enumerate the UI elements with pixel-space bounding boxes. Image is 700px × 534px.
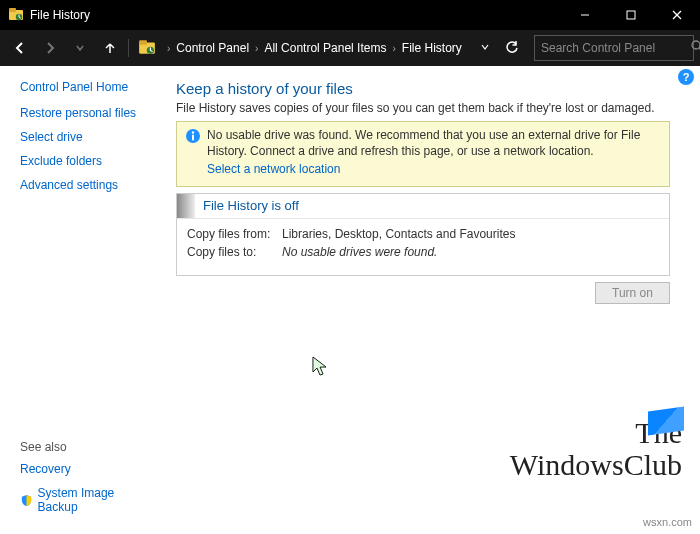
see-also-heading: See also bbox=[20, 440, 154, 454]
svg-rect-8 bbox=[139, 40, 147, 45]
close-button[interactable] bbox=[654, 0, 700, 30]
status-box: File History is off Copy files from: Lib… bbox=[176, 193, 670, 276]
sidebar-link-select-drive[interactable]: Select drive bbox=[20, 130, 154, 144]
status-value: Libraries, Desktop, Contacts and Favouri… bbox=[282, 227, 515, 241]
chevron-right-icon: › bbox=[392, 43, 395, 54]
svg-point-13 bbox=[192, 131, 194, 133]
status-body: Copy files from: Libraries, Desktop, Con… bbox=[177, 219, 669, 275]
sidebar-link-exclude[interactable]: Exclude folders bbox=[20, 154, 154, 168]
window-title: File History bbox=[30, 8, 562, 22]
breadcrumb-item[interactable]: File History bbox=[402, 41, 462, 55]
refresh-button[interactable] bbox=[498, 34, 526, 62]
minimize-button[interactable] bbox=[562, 0, 608, 30]
breadcrumb-item[interactable]: All Control Panel Items bbox=[264, 41, 386, 55]
nav-separator bbox=[128, 39, 129, 57]
status-key: Copy files from: bbox=[187, 227, 282, 241]
status-gradient-icon bbox=[177, 194, 195, 218]
up-button[interactable] bbox=[96, 34, 124, 62]
nav-bar: › Control Panel › All Control Panel Item… bbox=[0, 30, 700, 66]
status-title: File History is off bbox=[195, 194, 307, 217]
sidebar-link-restore[interactable]: Restore personal files bbox=[20, 106, 154, 120]
page-title: Keep a history of your files bbox=[176, 80, 670, 97]
page-subtitle: File History saves copies of your files … bbox=[176, 101, 670, 115]
info-icon bbox=[185, 128, 201, 144]
chevron-right-icon: › bbox=[255, 43, 258, 54]
back-button[interactable] bbox=[6, 34, 34, 62]
status-row: Copy files from: Libraries, Desktop, Con… bbox=[187, 227, 659, 241]
search-box[interactable] bbox=[534, 35, 694, 61]
svg-rect-1 bbox=[9, 8, 16, 12]
breadcrumb-dropdown[interactable] bbox=[480, 41, 490, 55]
chevron-right-icon: › bbox=[167, 43, 170, 54]
location-icon bbox=[137, 38, 157, 58]
window-controls bbox=[562, 0, 700, 30]
status-header: File History is off bbox=[177, 194, 669, 219]
watermark: The WindowsClub bbox=[510, 417, 682, 480]
turn-on-button[interactable]: Turn on bbox=[595, 282, 670, 304]
sidebar-link-advanced[interactable]: Advanced settings bbox=[20, 178, 154, 192]
info-text: No usable drive was found. We recommend … bbox=[207, 128, 640, 158]
forward-button[interactable] bbox=[36, 34, 64, 62]
sidebar-heading[interactable]: Control Panel Home bbox=[20, 80, 154, 94]
status-key: Copy files to: bbox=[187, 245, 282, 259]
see-also-system-image-backup[interactable]: System Image Backup bbox=[20, 486, 154, 514]
recent-locations-dropdown[interactable] bbox=[66, 34, 94, 62]
search-input[interactable] bbox=[541, 41, 691, 55]
svg-rect-4 bbox=[627, 11, 635, 19]
watermark-line2: WindowsClub bbox=[510, 449, 682, 481]
title-bar: File History bbox=[0, 0, 700, 30]
info-box: No usable drive was found. We recommend … bbox=[176, 121, 670, 187]
footer-site: wsxn.com bbox=[643, 516, 692, 528]
action-row: Turn on bbox=[176, 282, 670, 304]
breadcrumb: › Control Panel › All Control Panel Item… bbox=[163, 41, 496, 55]
sidebar: Control Panel Home Restore personal file… bbox=[0, 66, 164, 534]
maximize-button[interactable] bbox=[608, 0, 654, 30]
shield-icon bbox=[20, 493, 34, 507]
app-icon bbox=[8, 7, 24, 23]
status-value: No usable drives were found. bbox=[282, 245, 437, 259]
turn-on-label: Turn on bbox=[612, 286, 653, 300]
svg-rect-14 bbox=[192, 135, 194, 141]
search-icon bbox=[691, 40, 700, 56]
see-also-label: System Image Backup bbox=[38, 486, 154, 514]
select-network-location-link[interactable]: Select a network location bbox=[207, 162, 340, 178]
flag-icon bbox=[648, 406, 684, 435]
status-row: Copy files to: No usable drives were fou… bbox=[187, 245, 659, 259]
breadcrumb-item[interactable]: Control Panel bbox=[176, 41, 249, 55]
see-also-recovery[interactable]: Recovery bbox=[20, 462, 154, 476]
svg-point-10 bbox=[692, 41, 700, 49]
